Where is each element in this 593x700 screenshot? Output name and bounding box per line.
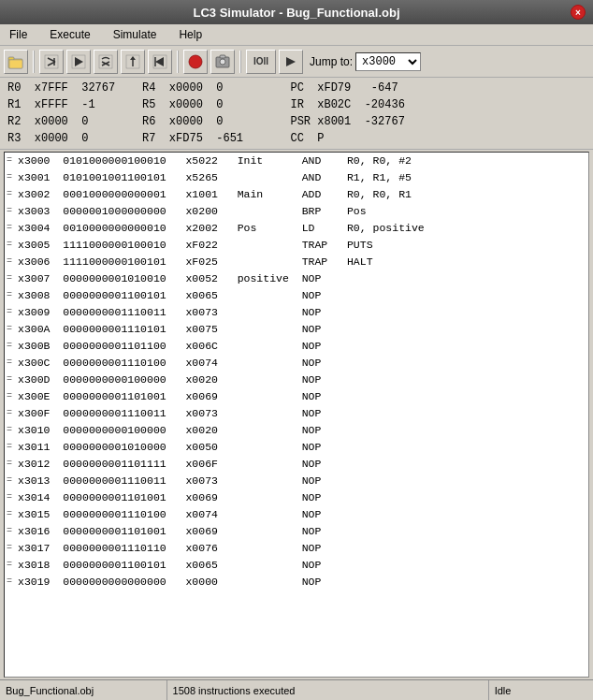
- table-row[interactable]: = x3014 0000000001101001 x0069 NOP: [5, 489, 588, 506]
- run-button[interactable]: [66, 50, 91, 74]
- register-row-2: R2 x0000 0 R6 x0000 0 PSR x8001 -32767: [7, 113, 586, 130]
- breakpoint-marker: =: [7, 187, 18, 202]
- instruction-content: x3005 1111000000100010 xF022 TRAP PUTS: [18, 237, 586, 254]
- toolbar-sep-1: [33, 51, 35, 73]
- table-row[interactable]: = x3012 0000000001101111 x006F NOP: [5, 456, 588, 473]
- breakpoint-marker: =: [7, 153, 18, 168]
- breakpoint-marker: =: [7, 271, 18, 286]
- step-out-button[interactable]: [121, 50, 145, 74]
- instruction-content: x3012 0000000001101111 x006F NOP: [18, 456, 586, 473]
- menu-file[interactable]: File: [4, 26, 33, 43]
- registers-panel: R0 x7FFF 32767 R4 x0000 0 PC xFD79 -647 …: [0, 78, 593, 150]
- table-row[interactable]: = x3010 0000000000100000 x0020 NOP: [5, 422, 588, 439]
- instruction-content: x3006 1111000000100101 xF025 TRAP HALT: [18, 254, 586, 270]
- io-button[interactable]: IOll: [246, 50, 276, 74]
- instruction-content: x3010 0000000000100000 x0020 NOP: [18, 422, 586, 439]
- breakpoint-marker: =: [7, 255, 18, 270]
- table-row[interactable]: = x3019 0000000000000000 x0000 NOP: [5, 574, 588, 591]
- breakpoint-marker: =: [7, 170, 18, 185]
- table-row[interactable]: = x3000 0101000000100010 x5022 Init AND …: [5, 153, 588, 169]
- instruction-content: x300A 0000000001110101 x0075 NOP: [18, 321, 586, 338]
- instruction-content: x3016 0000000001101001 x0069 NOP: [18, 523, 586, 540]
- table-row[interactable]: = x3004 0010000000000010 x2002 Pos LD R0…: [5, 220, 588, 237]
- menu-execute[interactable]: Execute: [44, 26, 95, 43]
- menu-simulate[interactable]: Simulate: [108, 26, 163, 43]
- instruction-content: x300E 0000000001101001 x0069 NOP: [18, 388, 586, 405]
- breakpoint-marker: =: [7, 221, 18, 236]
- table-row[interactable]: = x300E 0000000001101001 x0069 NOP: [5, 388, 588, 405]
- title-bar: LC3 Simulator - Bug_Functional.obj ×: [0, 0, 593, 24]
- instruction-content: x3007 0000000001010010 x0052 positive NO…: [18, 270, 586, 287]
- menu-help[interactable]: Help: [173, 26, 208, 43]
- breakpoint-marker: =: [7, 389, 18, 404]
- breakpoint-marker: =: [7, 204, 18, 219]
- instruction-area: = x3000 0101000000100010 x5022 Init AND …: [4, 152, 589, 678]
- instruction-content: x3013 0000000001110011 x0073 NOP: [18, 473, 586, 489]
- table-row[interactable]: = x3003 0000001000000000 x0200 BRP Pos: [5, 203, 588, 220]
- snapshot-button[interactable]: [210, 50, 235, 74]
- instruction-content: x3009 0000000001110011 x0073 NOP: [18, 304, 586, 321]
- table-row[interactable]: = x3006 1111000000100101 xF025 TRAP HALT: [5, 254, 588, 270]
- table-row[interactable]: = x3017 0000000001110110 x0076 NOP: [5, 540, 588, 557]
- instruction-content: x3014 0000000001101001 x0069 NOP: [18, 489, 586, 506]
- register-row-1: R1 xFFFF -1 R5 x0000 0 IR xB02C -20436: [7, 96, 586, 113]
- breakpoint-marker: =: [7, 372, 18, 387]
- table-row[interactable]: = x300F 0000000001110011 x0073 NOP: [5, 405, 588, 422]
- table-row[interactable]: = x300C 0000000001110100 x0074 NOP: [5, 355, 588, 372]
- step-button[interactable]: [39, 50, 64, 74]
- stop-record-button[interactable]: [183, 50, 208, 74]
- breakpoint-marker: =: [7, 406, 18, 421]
- table-row[interactable]: = x300A 0000000001110101 x0075 NOP: [5, 321, 588, 338]
- table-row[interactable]: = x3001 0101001001100101 x5265 AND R1, R…: [5, 169, 588, 186]
- status-file: Bug_Functional.obj: [0, 680, 167, 700]
- status-bar: Bug_Functional.obj 1508 instructions exe…: [0, 679, 593, 700]
- table-row[interactable]: = x3008 0000000001100101 x0065 NOP: [5, 287, 588, 304]
- table-row[interactable]: = x3007 0000000001010010 x0052 positive …: [5, 270, 588, 287]
- breakpoint-marker: =: [7, 288, 18, 303]
- table-row[interactable]: = x300D 0000000000100000 x0020 NOP: [5, 372, 588, 388]
- open-button[interactable]: [4, 50, 28, 74]
- table-row[interactable]: = x3002 0001000000000001 x1001 Main ADD …: [5, 186, 588, 203]
- instruction-content: x3002 0001000000000001 x1001 Main ADD R0…: [18, 186, 586, 203]
- window-title: LC3 Simulator - Bug_Functional.obj: [22, 6, 571, 20]
- table-row[interactable]: = x300B 0000000001101100 x006C NOP: [5, 338, 588, 355]
- breakpoint-marker: =: [7, 575, 18, 590]
- svg-rect-2: [9, 60, 22, 68]
- breakpoint-marker: =: [7, 507, 18, 522]
- breakpoint-marker: =: [7, 339, 18, 354]
- toolbar-sep-3: [239, 51, 241, 73]
- table-row[interactable]: = x3016 0000000001101001 x0069 NOP: [5, 523, 588, 540]
- instruction-list[interactable]: = x3000 0101000000100010 x5022 Init AND …: [5, 153, 588, 677]
- instruction-content: x3004 0010000000000010 x2002 Pos LD R0, …: [18, 220, 586, 237]
- instruction-content: x300F 0000000001110011 x0073 NOP: [18, 405, 586, 422]
- breakpoint-marker: =: [7, 440, 18, 455]
- table-row[interactable]: = x3018 0000000001100101 x0065 NOP: [5, 557, 588, 574]
- breakpoint-marker: =: [7, 356, 18, 371]
- instruction-content: x3001 0101001001100101 x5265 AND R1, R1,…: [18, 169, 586, 186]
- instruction-content: x300C 0000000001110100 x0074 NOP: [18, 355, 586, 372]
- jump-to-label: Jump to:: [310, 55, 353, 68]
- rewind-button[interactable]: [148, 50, 172, 74]
- breakpoint-marker: =: [7, 322, 18, 337]
- next-button[interactable]: [279, 50, 303, 74]
- breakpoint-marker: =: [7, 305, 18, 320]
- instruction-content: x3008 0000000001100101 x0065 NOP: [18, 287, 586, 304]
- table-row[interactable]: = x3013 0000000001110011 x0073 NOP: [5, 473, 588, 489]
- step-over-button[interactable]: [94, 50, 118, 74]
- breakpoint-marker: =: [7, 474, 18, 489]
- breakpoint-marker: =: [7, 490, 18, 505]
- table-row[interactable]: = x3011 0000000001010000 x0050 NOP: [5, 439, 588, 456]
- svg-rect-1: [8, 57, 14, 60]
- jump-to-select[interactable]: x3000: [355, 52, 421, 71]
- instruction-content: x3000 0101000000100010 x5022 Init AND R0…: [18, 153, 586, 169]
- register-row-0: R0 x7FFF 32767 R4 x0000 0 PC xFD79 -647: [7, 80, 586, 96]
- table-row[interactable]: = x3015 0000000001110100 x0074 NOP: [5, 506, 588, 523]
- toolbar: IOll Jump to: x3000: [0, 46, 593, 78]
- svg-point-20: [220, 59, 225, 65]
- close-button[interactable]: ×: [571, 5, 586, 20]
- breakpoint-marker: =: [7, 423, 18, 438]
- table-row[interactable]: = x3009 0000000001110011 x0073 NOP: [5, 304, 588, 321]
- table-row[interactable]: = x3005 1111000000100010 xF022 TRAP PUTS: [5, 237, 588, 254]
- instruction-content: x3011 0000000001010000 x0050 NOP: [18, 439, 586, 456]
- svg-marker-22: [286, 57, 296, 66]
